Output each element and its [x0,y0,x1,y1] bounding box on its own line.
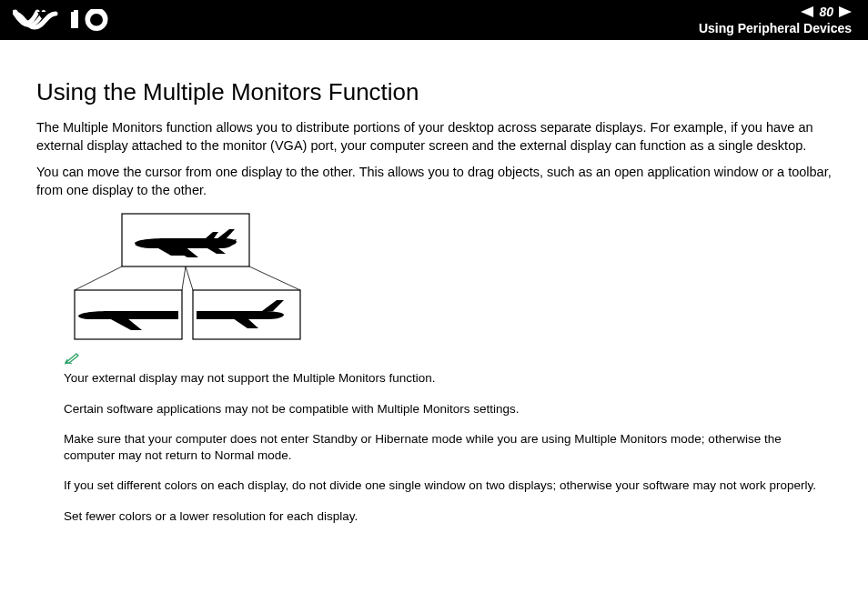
body-paragraph: You can move the cursor from one display… [36,164,832,199]
note-text: Set fewer colors or a lower resolution f… [64,508,832,525]
page-navigation: 80 [699,4,852,20]
page-content: Using the Multiple Monitors Function The… [0,40,868,525]
vaio-logo [13,9,120,31]
page-header: 80 Using Peripheral Devices [0,0,868,40]
svg-rect-2 [71,12,76,28]
svg-marker-4 [801,6,813,17]
note-text: Certain software applications may not be… [64,401,832,417]
svg-line-9 [75,266,122,290]
multiple-monitors-diagram [69,212,306,339]
section-label: Using Peripheral Devices [699,20,852,36]
svg-marker-5 [839,6,852,17]
note-text: Make sure that your computer does not en… [64,431,832,463]
prev-page-arrow[interactable] [801,6,813,17]
page-title: Using the Multiple Monitors Function [36,78,832,106]
page-number: 80 [819,4,833,20]
next-page-arrow[interactable] [839,6,852,17]
note-icon [64,352,832,368]
body-paragraph: The Multiple Monitors function allows yo… [36,119,832,155]
svg-line-10 [182,266,186,290]
note-text: Your external display may not support th… [64,370,832,387]
note-text: If you set different colors on each disp… [64,477,832,494]
svg-line-11 [186,266,193,290]
header-right: 80 Using Peripheral Devices [699,4,852,36]
svg-line-12 [249,266,300,290]
